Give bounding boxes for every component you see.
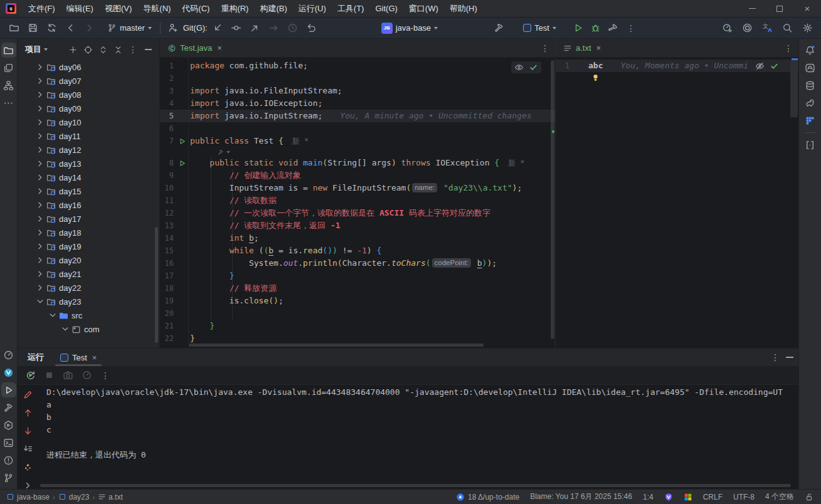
code-line[interactable]: 8 public static void main(String[] args)… — [160, 157, 555, 169]
notifications-bell-icon[interactable] — [803, 43, 818, 58]
code-line[interactable]: 15 while ((b = is.read()) != -1) { — [160, 244, 555, 257]
run-config-widget[interactable]: Test — [519, 20, 561, 36]
code-line[interactable]: 9 // 创建输入流对象 — [160, 169, 555, 182]
chevron-down-icon[interactable] — [48, 310, 58, 320]
breadcrumb-a.txt[interactable]: a.txt — [98, 493, 123, 501]
hide-panel-icon[interactable] — [140, 42, 156, 57]
run-gutter-icon[interactable] — [174, 135, 190, 147]
console-kebab-icon[interactable]: ⋮ — [97, 367, 114, 384]
console-output[interactable]: D:\develop\java\oracle\jdk-17\bin\java.e… — [38, 385, 798, 489]
close-button[interactable]: × — [793, 0, 821, 17]
tree-item-day14[interactable]: day14 — [18, 171, 159, 184]
expand-icon[interactable] — [95, 42, 110, 57]
tree-item-day21[interactable]: day21 — [18, 267, 159, 281]
search-everywhere-icon[interactable] — [778, 20, 796, 36]
indent-widget[interactable]: 4 个空格 — [765, 491, 794, 502]
forward-icon[interactable] — [80, 20, 98, 36]
incoming-commits-widget[interactable]: 18 Δ/up-to-date — [456, 493, 519, 501]
menu-item-帮助H[interactable]: 帮助(H) — [444, 2, 483, 16]
tree-item-day08[interactable]: day08 — [18, 88, 159, 102]
close-tab-icon[interactable]: × — [596, 43, 601, 53]
chevron-right-icon[interactable] — [35, 76, 45, 86]
more-tools-icon[interactable] — [1, 95, 16, 110]
tree-item-day07[interactable]: day07 — [18, 74, 159, 88]
project-panel-title[interactable]: 项目 — [25, 44, 48, 55]
lock-icon[interactable] — [805, 493, 813, 501]
code-line[interactable]: 3import java.io.FileInputStream; — [160, 85, 555, 97]
run-button[interactable] — [569, 20, 587, 36]
menu-item-编辑E[interactable]: 编辑(E) — [61, 2, 99, 16]
update-project-icon[interactable] — [209, 20, 226, 36]
maven-icon[interactable] — [803, 113, 818, 128]
inspections-widget[interactable] — [511, 61, 541, 73]
tree-item-day16[interactable]: day16 — [18, 198, 159, 212]
menu-item-工具T[interactable]: 工具(T) — [332, 2, 370, 16]
tree-item-day20[interactable]: day20 — [18, 253, 159, 267]
up-stack-trace-icon[interactable] — [20, 406, 35, 419]
no-problems-check-icon[interactable] — [770, 61, 779, 71]
menu-item-GitG[interactable]: Git(G) — [369, 2, 403, 16]
snapshot-gauge-icon[interactable] — [78, 367, 95, 384]
colored-output-icon[interactable] — [20, 460, 35, 474]
breadcrumb-day23[interactable]: day23 — [58, 493, 90, 501]
tree-item-day09[interactable]: day09 — [18, 102, 159, 115]
tree-item-src[interactable]: src — [18, 308, 159, 322]
close-tab-icon[interactable]: × — [217, 43, 222, 53]
reader-mode-eye-icon[interactable] — [514, 63, 524, 72]
intention-bulb-icon[interactable] — [591, 73, 600, 82]
back-icon[interactable] — [61, 20, 79, 36]
database-icon[interactable] — [803, 78, 818, 93]
tabbar-kebab-icon[interactable]: ⋮ — [781, 44, 796, 53]
open-project-icon[interactable] — [5, 20, 23, 36]
code-line[interactable]: 18 // 释放资源 — [160, 282, 555, 295]
scroll-to-end-icon[interactable] — [20, 442, 35, 456]
code-line[interactable]: 7public class Test {新 * — [160, 135, 555, 147]
down-stack-trace-icon[interactable] — [20, 424, 35, 438]
profiler-gauge-icon[interactable] — [1, 347, 16, 362]
chevron-right-icon[interactable] — [35, 145, 45, 155]
chevron-right-icon[interactable] — [35, 269, 45, 279]
gradle-icon[interactable] — [803, 95, 818, 110]
microsoft-defender-icon[interactable] — [684, 493, 692, 501]
inspections-widget[interactable] — [752, 60, 782, 72]
chevron-right-icon[interactable] — [35, 255, 45, 265]
project-folder-icon[interactable] — [1, 43, 16, 58]
dependencies-icon[interactable] — [803, 137, 818, 152]
tree-item-day15[interactable]: day15 — [18, 184, 159, 198]
more-actions-kebab-icon[interactable]: ⋮ — [622, 20, 640, 36]
history-icon[interactable] — [284, 20, 302, 36]
project-widget[interactable]: JB java-base — [377, 20, 442, 36]
tree-item-day22[interactable]: day22 — [18, 281, 159, 295]
rerun-icon[interactable] — [21, 367, 39, 384]
sync-icon[interactable] — [43, 20, 60, 36]
chevron-down-icon[interactable] — [60, 324, 70, 334]
run-tool-icon[interactable] — [1, 382, 16, 397]
chevron-right-icon[interactable] — [35, 200, 45, 210]
maximize-button[interactable] — [766, 0, 793, 17]
encoding-widget[interactable]: UTF-8 — [733, 493, 755, 501]
no-problems-check-icon[interactable] — [529, 63, 538, 72]
hide-panel-icon[interactable] — [786, 357, 793, 357]
code-line[interactable]: 12 // 一次读取一个字节，读取的数据是在 ASCII 码表上字符对应的数字 — [160, 207, 555, 219]
line-separator-widget[interactable]: CRLF — [703, 493, 723, 501]
debug-button[interactable] — [587, 20, 605, 36]
chevron-right-icon[interactable] — [35, 159, 45, 169]
editor-scrollbar[interactable] — [790, 61, 798, 117]
code-with-me-icon[interactable] — [738, 20, 756, 36]
chevron-right-icon[interactable] — [35, 283, 45, 293]
code-line[interactable]: 22} — [160, 332, 555, 345]
expand-chevron-icon[interactable] — [20, 478, 35, 492]
menu-item-代码C[interactable]: 代码(C) — [176, 2, 215, 16]
cherry-pick-icon[interactable] — [265, 20, 283, 36]
highlighting-off-eye-icon[interactable] — [755, 61, 765, 71]
menu-item-窗口W[interactable]: 窗口(W) — [403, 2, 444, 16]
plugin-shield-icon[interactable] — [664, 493, 673, 501]
chevron-down-icon[interactable] — [35, 297, 45, 307]
tree-item-day06[interactable]: day06 — [18, 60, 159, 74]
add-icon[interactable] — [65, 42, 80, 57]
tab-test-java[interactable]: Test.java × — [162, 39, 227, 57]
blame-widget[interactable]: Blame: You 17 6月 2025 15:46 — [530, 491, 632, 502]
editor-scrollbar[interactable] — [551, 60, 554, 339]
menu-item-视图V[interactable]: 视图(V) — [99, 2, 137, 16]
run-gutter-icon[interactable] — [174, 157, 190, 169]
